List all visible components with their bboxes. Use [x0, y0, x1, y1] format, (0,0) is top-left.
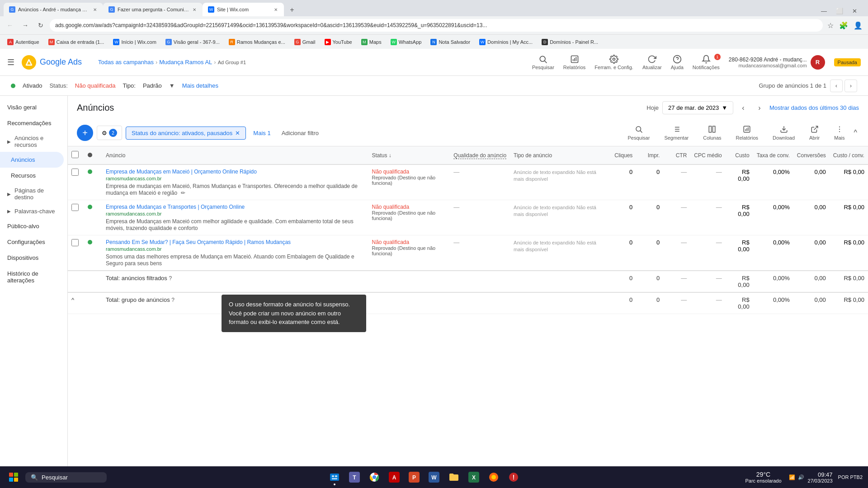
- type-dropdown-icon[interactable]: ▼: [169, 82, 175, 89]
- update-action[interactable]: Atualizar: [642, 55, 662, 70]
- taskbar-powerpoint[interactable]: P: [405, 468, 423, 486]
- taskbar-access[interactable]: A: [385, 468, 403, 486]
- toolbar-columns[interactable]: Colunas: [699, 123, 725, 142]
- notifications-action[interactable]: 1 Notificações: [693, 55, 720, 70]
- tab2-close[interactable]: ✕: [192, 6, 197, 13]
- next-group[interactable]: ›: [844, 80, 857, 92]
- total-group-collapse[interactable]: ^: [68, 292, 84, 314]
- browser-tab-2[interactable]: G Fazer uma pergunta - Comunida... ✕: [103, 3, 203, 16]
- browser-tab-3[interactable]: W Site | Wix.com ✕: [203, 3, 284, 16]
- breadcrumb-campaign[interactable]: Mudança Ramos AL: [159, 59, 212, 66]
- sidebar-item-recomendacoes[interactable]: Recomendações: [0, 115, 64, 131]
- more-details-link[interactable]: Mais detalhes: [182, 82, 218, 89]
- bookmark-dominios2[interactable]: D Domínios - Painel R...: [538, 38, 602, 46]
- bookmark-maps[interactable]: M Maps: [358, 38, 385, 46]
- bookmark-visao-geral[interactable]: G Visão geral - 367-9...: [162, 38, 223, 46]
- row2-impr: 0: [636, 200, 663, 235]
- bookmark-wix[interactable]: W Início | Wix.com: [109, 38, 160, 46]
- row1-edit-icon[interactable]: ✏: [181, 190, 185, 196]
- profile-icon[interactable]: 👤: [852, 19, 864, 32]
- browser-tab-1[interactable]: G Anúncios - André - mudança Ra... ✕: [4, 3, 103, 16]
- toolbar-more[interactable]: Mais: [830, 123, 848, 142]
- back-button[interactable]: ←: [4, 19, 16, 32]
- taskbar-explorer2[interactable]: [445, 468, 463, 486]
- sidebar-item-publico-alvo[interactable]: Público-alvo: [0, 218, 64, 234]
- taskbar-firefox[interactable]: [485, 468, 503, 486]
- new-tab-button[interactable]: +: [286, 4, 298, 16]
- date-prev[interactable]: ‹: [737, 102, 750, 114]
- toolbar-search[interactable]: Pesquisar: [624, 123, 653, 142]
- sidebar-item-anuncios[interactable]: Anúncios: [0, 152, 64, 168]
- more-filters-btn[interactable]: Mais 1: [250, 127, 274, 139]
- help-action[interactable]: Ajuda: [671, 55, 684, 70]
- hamburger-menu[interactable]: ☰: [7, 57, 14, 67]
- bookmark-youtube[interactable]: ▶ YouTube: [321, 38, 356, 46]
- date-next[interactable]: ›: [753, 102, 766, 114]
- taskbar-teams[interactable]: T: [345, 468, 363, 486]
- row2-ad-title[interactable]: Empresa de Mudanças e Transportes | Orça…: [106, 204, 364, 210]
- sound-icon[interactable]: 🔊: [798, 474, 804, 480]
- prev-group[interactable]: ‹: [830, 80, 843, 92]
- tab3-close[interactable]: ✕: [273, 6, 278, 13]
- bookmark-dominios[interactable]: W Domínios | My Acc...: [476, 38, 536, 46]
- taskbar-explorer[interactable]: [326, 468, 344, 486]
- row3-ad-title[interactable]: Pensando Em Se Mudar? | Faça Seu Orçamen…: [106, 239, 364, 245]
- sidebar-item-configuracoes[interactable]: Configurações: [0, 234, 64, 250]
- taskbar-search-bar[interactable]: 🔍 Pesquisar: [25, 472, 107, 483]
- total-group-help[interactable]: ?: [171, 297, 175, 303]
- th-status[interactable]: Status ↓: [368, 146, 450, 164]
- sidebar-item-recursos[interactable]: Recursos: [0, 168, 64, 183]
- row2-checkbox[interactable]: [68, 200, 84, 235]
- date-selector[interactable]: 27 de mar. de 2023 ▼: [662, 101, 733, 114]
- window-minimize[interactable]: —: [817, 6, 830, 16]
- th-anuncio[interactable]: Anúncio: [102, 146, 368, 164]
- window-close[interactable]: ✕: [849, 6, 861, 16]
- bookmark-gmail-inbox[interactable]: M Caixa de entrada (1...: [45, 38, 108, 46]
- row3-checkbox[interactable]: [68, 235, 84, 271]
- row1-checkbox[interactable]: [68, 164, 84, 200]
- bookmark-autentique[interactable]: A Autentique: [4, 38, 43, 46]
- toolbar-collapse-btn[interactable]: ^: [852, 127, 859, 139]
- window-maximize[interactable]: ⬜: [832, 6, 847, 16]
- toolbar-download[interactable]: Download: [769, 123, 798, 142]
- sidebar-item-palavras-chave[interactable]: ▶ Palavras-chave: [0, 204, 67, 218]
- user-avatar[interactable]: R: [811, 55, 825, 70]
- search-action[interactable]: Pesquisar: [532, 55, 554, 70]
- forward-button[interactable]: →: [19, 19, 32, 32]
- bookmark-whatsapp[interactable]: W WhatsApp: [387, 38, 425, 46]
- extension-icon[interactable]: 🧩: [837, 19, 850, 32]
- total-filtered-help[interactable]: ?: [169, 275, 172, 282]
- filter-button[interactable]: ⚙ 2: [97, 126, 122, 140]
- add-button[interactable]: +: [77, 125, 93, 141]
- toolbar-open[interactable]: Abrir: [806, 123, 823, 142]
- row1-ad-title[interactable]: Empresa de Mudanças em Maceió | Orçament…: [106, 169, 364, 175]
- tools-action[interactable]: Ferram. e Config.: [594, 55, 633, 70]
- reports-action[interactable]: Relatórios: [563, 55, 586, 70]
- toolbar-reports[interactable]: Relatórios: [732, 123, 762, 142]
- sidebar-item-dispositivos[interactable]: Dispositivos: [0, 250, 64, 266]
- add-filter-btn[interactable]: Adicionar filtro: [278, 127, 322, 139]
- reload-button[interactable]: ↻: [34, 19, 47, 32]
- bookmark-nota[interactable]: N Nota Salvador: [427, 38, 474, 46]
- address-bar[interactable]: [50, 19, 823, 32]
- tab1-close[interactable]: ✕: [92, 6, 98, 13]
- taskbar-chrome[interactable]: [365, 468, 383, 486]
- show-data-btn[interactable]: Mostrar dados dos últimos 30 dias: [769, 104, 859, 111]
- filter-remove-icon[interactable]: ✕: [235, 130, 240, 136]
- sidebar-item-visao-geral[interactable]: Visão geral: [0, 99, 64, 115]
- start-button[interactable]: [4, 467, 24, 487]
- taskbar-excel[interactable]: X: [465, 468, 483, 486]
- network-icon[interactable]: 📶: [789, 474, 795, 480]
- breadcrumb-all[interactable]: Todas as campanhas: [98, 59, 154, 66]
- taskbar-antivirus[interactable]: !: [505, 468, 523, 486]
- toolbar-segment[interactable]: Segmentar: [660, 123, 692, 142]
- bookmark-ramos[interactable]: R Ramos Mudanças e...: [225, 38, 289, 46]
- select-all-checkbox[interactable]: [71, 151, 79, 158]
- taskbar-word[interactable]: W: [425, 468, 443, 486]
- bookmark-gmail[interactable]: G Gmail: [291, 38, 319, 46]
- sidebar-item-paginas-destino[interactable]: ▶ Páginas de destino: [0, 183, 67, 204]
- sidebar-item-historico[interactable]: Histórico de alterações: [0, 266, 64, 288]
- sidebar-item-anuncios-recursos[interactable]: ▶ Anúncios e recursos: [0, 131, 67, 152]
- bookmark-star[interactable]: ☆: [826, 19, 835, 32]
- active-filter[interactable]: Status do anúncio: ativados, pausados ✕: [126, 127, 246, 140]
